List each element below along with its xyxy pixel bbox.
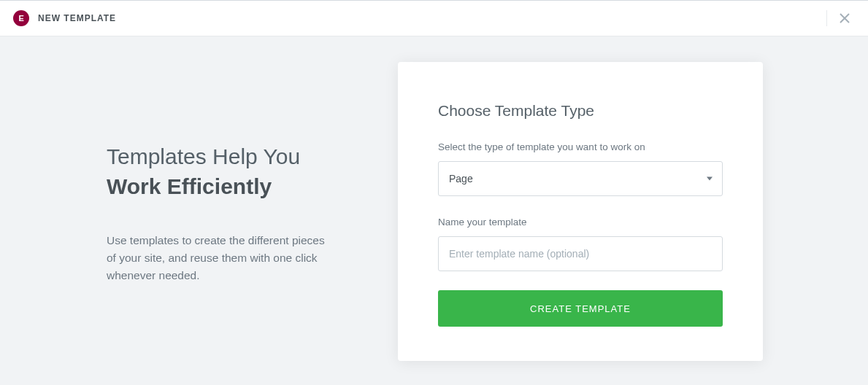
page-title: NEW TEMPLATE — [38, 13, 116, 23]
topbar: E NEW TEMPLATE — [0, 0, 868, 36]
template-name-label: Name your template — [438, 217, 723, 228]
content-area: Templates Help You Work Efficiently Use … — [0, 36, 868, 385]
close-button[interactable] — [834, 8, 855, 28]
intro-heading-line1: Templates Help You — [107, 142, 354, 172]
template-name-input[interactable] — [438, 236, 723, 271]
form-title: Choose Template Type — [438, 102, 723, 120]
intro-heading-line2: Work Efficiently — [107, 172, 354, 202]
template-type-select-wrap: Page — [438, 161, 723, 196]
create-template-button[interactable]: CREATE TEMPLATE — [438, 290, 723, 327]
intro-column: Templates Help You Work Efficiently Use … — [0, 62, 398, 284]
form-panel: Choose Template Type Select the type of … — [398, 62, 763, 361]
elementor-logo-icon: E — [13, 10, 29, 26]
template-type-label: Select the type of template you want to … — [438, 141, 723, 152]
divider — [826, 10, 827, 26]
template-type-select[interactable]: Page — [438, 161, 723, 196]
topbar-right — [826, 8, 855, 28]
topbar-left: E NEW TEMPLATE — [13, 10, 116, 26]
intro-description: Use templates to create the different pi… — [107, 232, 333, 284]
close-icon — [840, 13, 850, 23]
